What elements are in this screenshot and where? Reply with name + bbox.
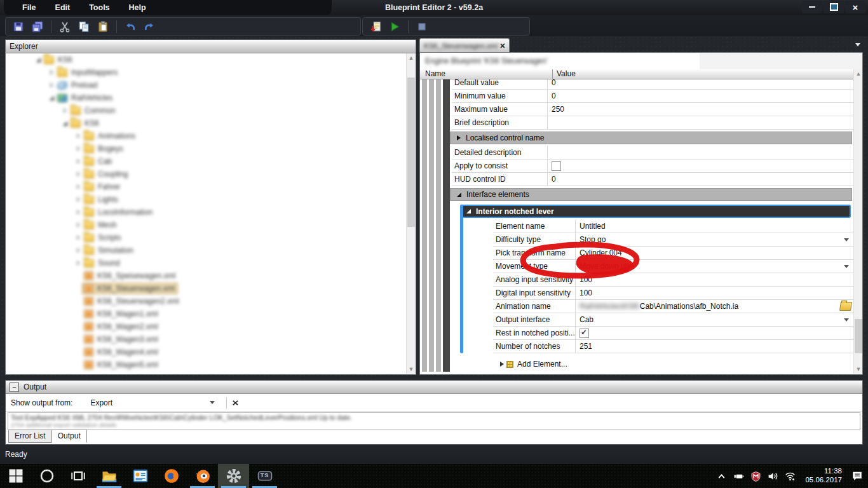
train-simulator-button[interactable]: TS: [249, 464, 280, 488]
tree-item[interactable]: Fahrer: [6, 180, 406, 193]
tree-expander-icon[interactable]: [77, 261, 80, 266]
tree-expander-icon[interactable]: [77, 159, 80, 164]
firefox-button[interactable]: [156, 464, 187, 488]
tree-item[interactable]: Coupling: [6, 168, 406, 180]
wifi-icon[interactable]: [784, 470, 796, 482]
tree-item[interactable]: InputMappers: [6, 66, 406, 79]
cut-button[interactable]: [57, 19, 73, 34]
volume-icon[interactable]: [767, 470, 778, 482]
maximize-button[interactable]: [824, 1, 844, 13]
battery-icon[interactable]: [733, 470, 744, 482]
tree-item[interactable]: Animations: [6, 130, 406, 142]
tree-expander-icon[interactable]: [36, 58, 41, 62]
tree-expander-icon[interactable]: [63, 121, 67, 126]
task-view-button[interactable]: [62, 464, 93, 488]
browse-folder-icon[interactable]: [839, 302, 852, 311]
redo-button[interactable]: [141, 19, 158, 34]
tree-item[interactable]: Bogeys: [6, 142, 406, 155]
panel-menu-arrow-icon[interactable]: [855, 43, 860, 46]
explorer-scrollbar[interactable]: ▲ ▼: [406, 53, 416, 374]
property-value[interactable]: 100: [575, 273, 855, 286]
tree-expander-icon[interactable]: [77, 133, 80, 139]
property-value[interactable]: Cab: [575, 313, 855, 326]
cortana-button[interactable]: [31, 464, 62, 488]
explorer-scrollbar-thumb[interactable]: [407, 78, 415, 227]
property-group-header[interactable]: Interface elements: [450, 188, 852, 201]
tree-expander-icon[interactable]: [77, 222, 80, 227]
minimize-button[interactable]: [802, 1, 822, 13]
property-value[interactable]: 100: [575, 287, 855, 299]
toolbar-button[interactable]: [116, 20, 117, 33]
tree-item[interactable]: Cab: [6, 155, 406, 168]
property-value[interactable]: Untitled: [575, 220, 855, 233]
tree-expander-icon[interactable]: [50, 83, 53, 88]
toolbar-button[interactable]: [408, 20, 409, 33]
app-window-button[interactable]: [125, 464, 156, 488]
tree-item[interactable]: Common: [6, 104, 406, 117]
dropdown-arrow-icon[interactable]: [844, 265, 849, 268]
tree-item[interactable]: KS6: [6, 53, 406, 66]
property-value[interactable]: Stop go: [575, 233, 855, 246]
tree-item[interactable]: KS6: [6, 117, 406, 130]
tab-error-list[interactable]: Error List: [8, 430, 52, 443]
tree-item[interactable]: Preload: [6, 79, 406, 92]
property-value[interactable]: [547, 146, 855, 159]
paste-button[interactable]: [95, 19, 111, 34]
tree-item[interactable]: KS6_Wagen2.xml: [6, 320, 406, 333]
tree-item[interactable]: KS6_Steuerwagen2.xml: [6, 295, 406, 308]
stop-button[interactable]: [414, 19, 430, 34]
menu-tools[interactable]: Tools: [79, 3, 119, 12]
checkbox[interactable]: [580, 329, 589, 338]
tree-item[interactable]: LocoInformation: [6, 206, 406, 219]
file-explorer-button[interactable]: [93, 464, 125, 488]
property-value[interactable]: Cylinder.004: [575, 247, 855, 259]
dropdown-arrow-icon[interactable]: [844, 318, 849, 322]
menu-file[interactable]: File: [13, 3, 46, 12]
blender-button[interactable]: [187, 464, 218, 488]
menu-edit[interactable]: Edit: [46, 3, 80, 12]
properties-scrollbar-thumb[interactable]: [855, 319, 862, 353]
document-tab[interactable]: KS6_Steuerwagen.xml ×: [419, 38, 510, 52]
export-button[interactable]: [367, 19, 384, 34]
tree-item[interactable]: Scripts: [6, 231, 406, 244]
toolbar-button[interactable]: [51, 20, 51, 33]
tree-expander-icon[interactable]: [77, 172, 80, 177]
save-all-button[interactable]: [29, 19, 46, 34]
tree-item[interactable]: Sound: [6, 257, 406, 269]
property-value[interactable]: Move down up: [575, 260, 855, 273]
save-button[interactable]: [10, 19, 27, 34]
copy-button[interactable]: [76, 19, 92, 34]
start-button[interactable]: [0, 464, 31, 488]
run-button[interactable]: [386, 19, 403, 34]
collapse-panel-button[interactable]: −: [10, 383, 19, 392]
tree-expander-icon[interactable]: [77, 248, 80, 253]
tree-item[interactable]: RailVehicles: [6, 92, 406, 104]
property-value[interactable]: 251: [575, 340, 855, 353]
tree-item[interactable]: KS6_Wagen4.xml: [6, 346, 406, 358]
element-group-header[interactable]: Interior notched lever: [460, 205, 851, 218]
checkbox[interactable]: [552, 161, 561, 171]
properties-scrollbar[interactable]: ▲ ▼: [853, 69, 862, 374]
tree-expander-icon[interactable]: [64, 108, 67, 113]
property-value[interactable]: [547, 159, 855, 172]
tree-item[interactable]: Lights: [6, 193, 406, 206]
output-source-dropdown[interactable]: Export: [90, 398, 217, 407]
tree-item[interactable]: KS6_Wagen5.xml: [6, 358, 406, 371]
tree-item[interactable]: KS6_Wagen1.xml: [6, 308, 406, 320]
tree-expander-icon[interactable]: [77, 197, 80, 202]
property-value[interactable]: [547, 116, 855, 129]
hidden-icons-chevron[interactable]: [715, 470, 727, 482]
tree-expander-icon[interactable]: [77, 235, 80, 240]
tab-close-icon[interactable]: ×: [500, 41, 505, 51]
property-value[interactable]: 0: [547, 79, 855, 89]
property-value[interactable]: [575, 327, 855, 339]
action-center-button[interactable]: [851, 470, 863, 482]
tab-output[interactable]: Output: [51, 430, 87, 443]
undo-button[interactable]: [122, 19, 139, 34]
property-value[interactable]: 250: [547, 103, 855, 116]
output-log[interactable]: Tool ExpApped KS6 XML 2704 Rev\RWvehicle…: [8, 412, 860, 430]
blueprint-editor-button[interactable]: [218, 464, 249, 488]
property-value[interactable]: 0: [547, 173, 855, 186]
tree-item[interactable]: Simulation: [6, 244, 406, 257]
close-button[interactable]: ×: [845, 1, 865, 13]
